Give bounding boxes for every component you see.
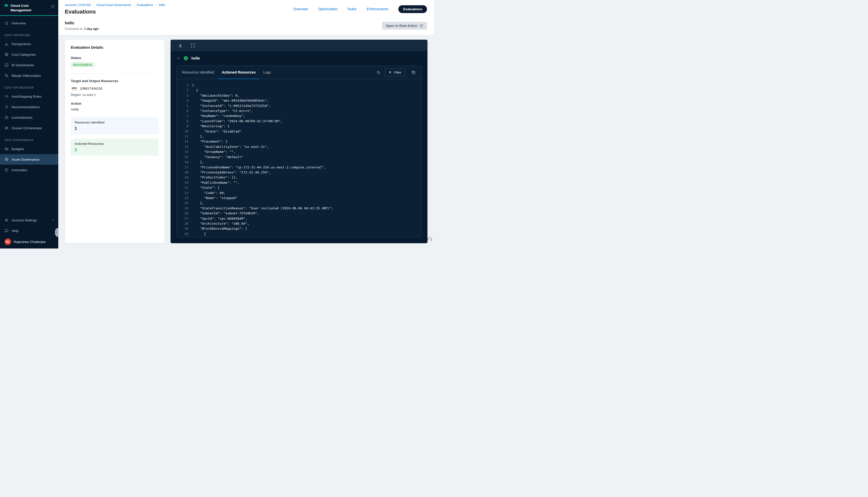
avatar[interactable]: RC bbox=[4, 239, 11, 245]
viewer-tabbar: Resources IdentifiedActioned ResourcesLo… bbox=[177, 66, 421, 79]
code-line: 21 "State": { bbox=[177, 185, 421, 190]
sidebar-item-commitments[interactable]: Commitments bbox=[0, 112, 58, 123]
code-line: 22 "Code": 80, bbox=[177, 190, 421, 196]
clock-icon bbox=[4, 115, 9, 119]
target-account-row: aws 108817434118 bbox=[71, 86, 158, 90]
top-nav: OverviewOptimizationRulesEnforcementsEva… bbox=[293, 5, 427, 13]
target-resources-label: Target and Output Resources bbox=[71, 79, 158, 83]
evaluation-details-card: Evaluation Details Status SUCCESSFUL Tar… bbox=[65, 40, 165, 243]
sidebar-item-cost-categories[interactable]: Cost Categories bbox=[0, 49, 58, 60]
sidebar-item-recommendations[interactable]: Recommendations bbox=[0, 102, 58, 112]
viewer-card: Resources IdentifiedActioned ResourcesLo… bbox=[177, 66, 421, 237]
code-line: 14 "GroupName": "", bbox=[177, 150, 421, 154]
feedback-widget-icon[interactable] bbox=[427, 236, 432, 241]
account-id: 108817434118 bbox=[80, 87, 102, 90]
line-number: 30 bbox=[177, 231, 188, 237]
users-icon bbox=[4, 126, 9, 130]
line-number: 14 bbox=[177, 150, 188, 154]
code-line: 20 "PublicDnsName": "", bbox=[177, 180, 421, 185]
code-text: { bbox=[188, 88, 198, 93]
stats: Resources Identified1Actioned Resources1 bbox=[71, 117, 158, 156]
open-in-rule-editor-label: Open in Rule Editor bbox=[386, 24, 417, 28]
code-text: }, bbox=[188, 160, 204, 165]
viewer-evaluation-name: hello bbox=[191, 56, 200, 60]
top-nav-overview[interactable]: Overview bbox=[293, 7, 308, 11]
help-chat-icon bbox=[4, 229, 9, 233]
breadcrumb: Account: CCM-NG›Cloud Asset Governance›E… bbox=[65, 3, 165, 7]
tab-resources-identified[interactable]: Resources Identified bbox=[178, 66, 218, 79]
stat-resources-identified: Resources Identified1 bbox=[71, 117, 158, 134]
sidebar-item-label: Cost Categories bbox=[12, 53, 36, 56]
line-number: 15 bbox=[177, 155, 188, 160]
line-number: 9 bbox=[177, 124, 188, 129]
page-header: Account: CCM-NG›Cloud Asset Governance›E… bbox=[58, 0, 434, 18]
code-text: "LaunchTime": "2024-06-06T04:41:37+00:00… bbox=[188, 119, 282, 124]
code-line: 30 { bbox=[177, 231, 421, 237]
code-text: { bbox=[188, 231, 206, 237]
code-text: "Name": "stopped" bbox=[188, 196, 237, 201]
sidebar-item-anomalies[interactable]: Anomalies bbox=[0, 165, 58, 175]
top-nav-rules[interactable]: Rules bbox=[348, 7, 356, 11]
line-number: 16 bbox=[177, 160, 188, 165]
tab-actioned-resources[interactable]: Actioned Resources bbox=[218, 66, 260, 79]
breadcrumb-link-hello[interactable]: hello bbox=[158, 3, 165, 7]
module-title: Cloud Cost Management bbox=[11, 3, 35, 12]
code-text: "AvailabilityZone": "us-east-2c", bbox=[188, 144, 269, 150]
code-line: 12 "Placement": { bbox=[177, 139, 421, 144]
download-icon[interactable] bbox=[178, 43, 183, 48]
sidebar-item-budgets[interactable]: Budgets bbox=[0, 144, 58, 154]
user-profile[interactable]: RC Rajarshee Chatterjee bbox=[0, 236, 58, 245]
top-nav-evaluations[interactable]: Evaluations bbox=[398, 5, 427, 13]
breadcrumb-link-cloud-asset-governance[interactable]: Cloud Asset Governance bbox=[96, 3, 131, 7]
filter-button[interactable]: Filter bbox=[385, 69, 405, 76]
code-line: 3 "AmiLaunchIndex": 0, bbox=[177, 93, 421, 98]
status-badge: SUCCESSFUL bbox=[71, 62, 95, 67]
sidebar-item-label: Perspectives bbox=[12, 42, 31, 46]
breadcrumb-link-account-ccm-ng[interactable]: Account: CCM-NG bbox=[65, 3, 91, 7]
code-line: 6 "InstanceType": "t2.micro", bbox=[177, 109, 421, 113]
sidebar-item-overview[interactable]: Overview bbox=[0, 18, 58, 28]
sidebar-item-cluster-orchestrator[interactable]: Cluster Orchestrator bbox=[0, 123, 58, 133]
line-number: 6 bbox=[177, 109, 188, 113]
top-nav-enforcements[interactable]: Enforcements bbox=[367, 7, 388, 11]
stat-label: Actioned Resources bbox=[74, 142, 155, 146]
breadcrumb-link-evaluations[interactable]: Evaluations bbox=[137, 3, 153, 7]
search-icon[interactable] bbox=[377, 71, 380, 74]
subheader: hello Evaluated at:1 day ago Open in Rul… bbox=[58, 18, 434, 36]
sidebar-item-perspectives[interactable]: Perspectives bbox=[0, 39, 58, 49]
subheader-left: hello Evaluated at:1 day ago bbox=[65, 21, 99, 31]
tab-logs[interactable]: Logs bbox=[260, 66, 275, 79]
sidebar-item-asset-governance[interactable]: Asset Governance bbox=[0, 154, 58, 165]
evaluated-at-label: Evaluated at: bbox=[65, 27, 83, 31]
layers-icon bbox=[4, 53, 9, 56]
aws-logo-icon: aws bbox=[71, 86, 78, 90]
breadcrumb-separator: › bbox=[155, 3, 156, 7]
top-nav-optimization[interactable]: Optimization bbox=[318, 7, 338, 11]
evaluated-at: Evaluated at:1 day ago bbox=[65, 27, 99, 31]
open-in-rule-editor-button[interactable]: Open in Rule Editor bbox=[382, 22, 427, 30]
apps-grid-icon[interactable] bbox=[51, 4, 55, 9]
viewer-tabs: Resources IdentifiedActioned ResourcesLo… bbox=[178, 66, 275, 79]
line-number: 25 bbox=[177, 206, 188, 211]
sidebar-item-bi-dashboards[interactable]: BI Dashboards bbox=[0, 60, 58, 70]
evaluation-title: hello bbox=[65, 21, 99, 25]
code-block[interactable]: 1[2 {3 "AmiLaunchIndex": 0,4 "ImageId": … bbox=[177, 79, 421, 237]
sidebar-item-label: BI Dashboards bbox=[12, 63, 34, 67]
help-button[interactable]: Help bbox=[0, 225, 58, 236]
sidebar-item-account-settings[interactable]: Account Settings bbox=[0, 215, 58, 225]
details-card-title: Evaluation Details bbox=[71, 45, 158, 49]
sidebar-item-margin-obfuscation[interactable]: Margin Obfuscation bbox=[0, 70, 58, 81]
code-line: 18 "PrivateIpAddress": "172.31.44.254", bbox=[177, 170, 421, 175]
code-line: 11 }, bbox=[177, 134, 421, 139]
fullscreen-icon[interactable] bbox=[191, 43, 195, 48]
collapse-section-icon[interactable] bbox=[177, 56, 180, 60]
sidebar-item-label: Anomalies bbox=[12, 168, 27, 172]
sidebar-item-label: Budgets bbox=[12, 147, 24, 151]
copy-icon[interactable] bbox=[411, 70, 416, 74]
success-check-icon bbox=[184, 56, 188, 60]
sidebar-collapse-handle[interactable] bbox=[55, 228, 58, 237]
code-line: 28 "Architecture": "x86_64", bbox=[177, 221, 421, 226]
code-line: 8 "LaunchTime": "2024-06-06T04:41:37+00:… bbox=[177, 119, 421, 124]
sidebar-item-autostopping-rules[interactable]: AutoStopping Rules bbox=[0, 91, 58, 102]
evaluated-at-value: 1 day ago bbox=[84, 27, 99, 31]
